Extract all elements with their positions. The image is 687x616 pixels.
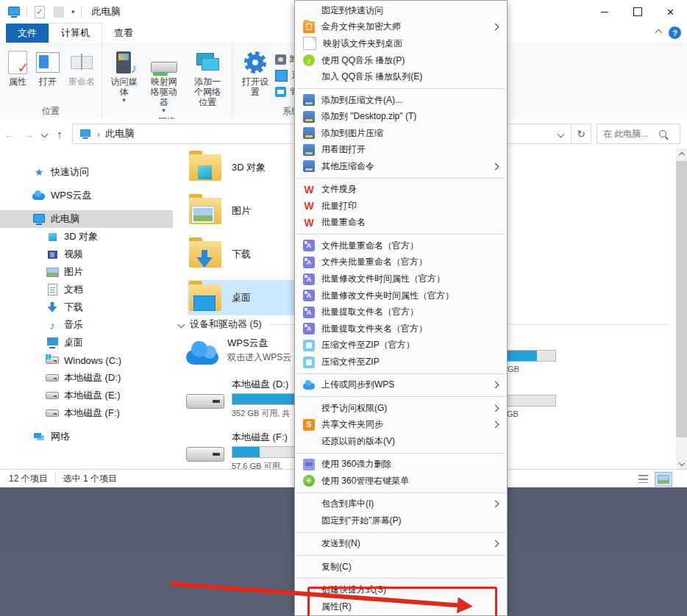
access-media-button[interactable]: 访问媒体 ▾ bbox=[107, 47, 141, 104]
menu-item-compress-to-zip-official[interactable]: 压缩文件至ZIP（官方） bbox=[295, 337, 507, 354]
drive-icon bbox=[46, 390, 59, 401]
customize-toolbar-dropdown-icon[interactable]: ▾ bbox=[71, 9, 75, 15]
menu-item-play-with-qq-music[interactable]: 使用 QQ音乐 播放(P) bbox=[295, 52, 507, 69]
sidebar-item-wps-cloud[interactable]: WPS云盘 bbox=[0, 187, 173, 204]
button-label: 打开 bbox=[39, 76, 57, 87]
menu-item-pin-to-start[interactable]: 固定到"开始"屏幕(P) bbox=[295, 512, 507, 529]
sidebar-item-3d-objects[interactable]: 3D 对象 bbox=[0, 228, 173, 246]
sidebar-item-drive-e[interactable]: 本地磁盘 (E:) bbox=[0, 387, 173, 404]
folder-desktop-selected[interactable]: 桌面 bbox=[188, 280, 298, 315]
help-icon[interactable]: ? bbox=[669, 26, 681, 39]
sync-icon bbox=[303, 419, 315, 431]
tab-file[interactable]: 文件 bbox=[6, 24, 49, 43]
forward-button[interactable]: → bbox=[19, 124, 38, 143]
search-input[interactable] bbox=[602, 128, 656, 140]
drive-name: WPS云盘 bbox=[227, 337, 291, 350]
menu-item-give-access[interactable]: 授予访问权限(G) bbox=[295, 400, 507, 417]
search-box[interactable] bbox=[597, 123, 680, 144]
sidebar-item-videos[interactable]: 视频 bbox=[0, 246, 173, 263]
folder-3d-objects[interactable]: 3D 对象 bbox=[188, 150, 298, 185]
sidebar-item-label: 桌面 bbox=[64, 336, 83, 349]
menu-item-batch-extract-folder-names[interactable]: 批量提取文件夹名（官方） bbox=[295, 320, 507, 337]
maximize-button[interactable] bbox=[621, 0, 654, 24]
recent-locations-dropdown[interactable] bbox=[38, 124, 50, 143]
rename-button[interactable]: 重命名 bbox=[65, 47, 99, 88]
menu-item-file-batch-rename-official[interactable]: 文件批量重命名（官方） bbox=[295, 237, 507, 254]
scroll-down-button[interactable] bbox=[676, 456, 687, 469]
sidebar-item-quick-access[interactable]: 快速访问 bbox=[0, 163, 173, 181]
menu-item-add-to-picture-compress[interactable]: 添加到图片压缩 bbox=[295, 125, 507, 142]
folder-downloads[interactable]: 下载 bbox=[188, 237, 298, 272]
breadcrumb-separator-icon: › bbox=[97, 129, 100, 140]
breadcrumb-location[interactable]: 此电脑 bbox=[105, 127, 134, 140]
menu-item-360-force-delete[interactable]: 使用 360强力删除 bbox=[295, 456, 507, 473]
thumbnail-view-button[interactable] bbox=[655, 472, 672, 487]
menu-item-include-in-library[interactable]: 包含到库中(I) bbox=[295, 496, 507, 513]
sidebar-item-documents[interactable]: 文档 bbox=[0, 281, 173, 298]
menu-item-label: 加入 QQ音乐 播放队列(E) bbox=[321, 71, 422, 83]
download-icon bbox=[46, 301, 59, 313]
sidebar-item-desktop[interactable]: 桌面 bbox=[0, 334, 173, 351]
menu-item-open-with-viewer[interactable]: 用看图打开 bbox=[295, 142, 507, 159]
menu-item-map-folder-to-desktop[interactable]: 映射该文件夹到桌面 bbox=[295, 35, 507, 52]
properties-shortcut-icon[interactable] bbox=[33, 6, 46, 18]
collapse-section-icon[interactable] bbox=[178, 320, 185, 328]
sidebar-item-this-pc[interactable]: 此电脑 bbox=[0, 210, 173, 228]
menu-item-restore-previous-versions[interactable]: 还原以前的版本(V) bbox=[295, 433, 507, 450]
menu-item-add-to-qq-music-queue[interactable]: 加入 QQ音乐 播放队列(E) bbox=[295, 68, 507, 85]
menu-item-compress-to-zip[interactable]: 压缩文件至ZIP bbox=[295, 354, 507, 370]
map-network-drive-button[interactable]: 映射网络驱动器 ▾ bbox=[143, 47, 185, 115]
menu-item-pin-to-quick-access[interactable]: 固定到快速访问 bbox=[295, 2, 507, 19]
refresh-button[interactable]: ↻ bbox=[572, 123, 591, 144]
tab-view[interactable]: 查看 bbox=[102, 24, 145, 43]
vertical-scrollbar[interactable] bbox=[676, 148, 687, 469]
menu-item-folder-encrypt[interactable]: 金舟文件夹加密大师 bbox=[295, 19, 507, 36]
system-icon bbox=[275, 70, 288, 82]
menu-item-batch-rename[interactable]: 批量重命名 bbox=[295, 215, 507, 232]
up-button[interactable]: ↑ bbox=[50, 124, 69, 143]
collapse-ribbon-icon[interactable] bbox=[655, 29, 663, 37]
add-network-location-button[interactable]: 添加一个网络位置 bbox=[186, 47, 229, 109]
properties-button[interactable]: 属性 bbox=[4, 47, 31, 88]
menu-item-send-to[interactable]: 发送到(N) bbox=[295, 535, 507, 552]
download-icon bbox=[196, 250, 213, 268]
minimize-button[interactable] bbox=[588, 0, 621, 24]
menu-item-batch-extract-file-names[interactable]: 批量提取文件名（官方） bbox=[295, 304, 507, 320]
menu-item-file-slim[interactable]: 文件瘦身 bbox=[295, 182, 507, 198]
address-dropdown-icon[interactable] bbox=[558, 130, 565, 137]
menu-item-shared-folder-sync[interactable]: 共享文件夹同步 bbox=[295, 417, 507, 434]
menu-item-copy[interactable]: 复制(C) bbox=[295, 559, 507, 576]
open-icon bbox=[36, 52, 60, 73]
sidebar-item-downloads[interactable]: 下载 bbox=[0, 298, 173, 316]
scrollbar-thumb[interactable] bbox=[676, 161, 687, 437]
sidebar-item-network[interactable]: 网络 bbox=[0, 428, 173, 445]
sidebar-item-drive-c[interactable]: Windows (C:) bbox=[0, 351, 173, 369]
scroll-up-button[interactable] bbox=[676, 148, 687, 161]
desktop-icon bbox=[193, 296, 216, 311]
menu-item-batch-print[interactable]: 批量打印 bbox=[295, 198, 507, 215]
open-button[interactable]: 打开 bbox=[32, 47, 63, 88]
sidebar-item-drive-d[interactable]: 本地磁盘 (D:) bbox=[0, 369, 173, 387]
menu-item-add-to-archive[interactable]: 添加到压缩文件(A)... bbox=[295, 92, 507, 109]
open-settings-button[interactable]: 打开设置 bbox=[237, 47, 274, 99]
sidebar-item-pictures[interactable]: 图片 bbox=[0, 263, 173, 281]
toolbar-button-icon[interactable] bbox=[52, 6, 65, 18]
folder-pictures[interactable]: 图片 bbox=[188, 193, 298, 229]
menu-item-batch-modify-folder-time[interactable]: 批量修改文件夹时间属性（官方） bbox=[295, 287, 507, 304]
menu-item-360-manage-context-menu[interactable]: 使用 360管理右键菜单 bbox=[295, 473, 507, 490]
details-view-button[interactable] bbox=[636, 472, 650, 485]
menu-item-batch-modify-file-time[interactable]: 批量修改文件时间属性（官方） bbox=[295, 271, 507, 287]
rename-icon bbox=[303, 323, 315, 334]
menu-item-upload-to-wps[interactable]: 上传或同步到WPS bbox=[295, 377, 507, 394]
drive-icon bbox=[186, 394, 224, 409]
menu-item-add-to-desktop-zip[interactable]: 添加到 "Desktop.zip" (T) bbox=[295, 108, 507, 125]
menu-item-folder-batch-rename-official[interactable]: 文件夹批量重命名（官方） bbox=[295, 254, 507, 271]
sidebar-item-music[interactable]: 音乐 bbox=[0, 316, 173, 334]
tab-computer[interactable]: 计算机 bbox=[49, 23, 102, 43]
close-button[interactable]: ✕ bbox=[654, 0, 687, 24]
drive-caption: 双击进入WPS云 bbox=[227, 351, 291, 364]
menu-item-other-compress-commands[interactable]: 其他压缩命令 bbox=[295, 158, 507, 175]
sidebar-item-drive-f[interactable]: 本地磁盘 (F:) bbox=[0, 404, 173, 422]
back-button[interactable]: ← bbox=[0, 124, 19, 143]
drive-caption-partial: GB bbox=[508, 365, 519, 373]
